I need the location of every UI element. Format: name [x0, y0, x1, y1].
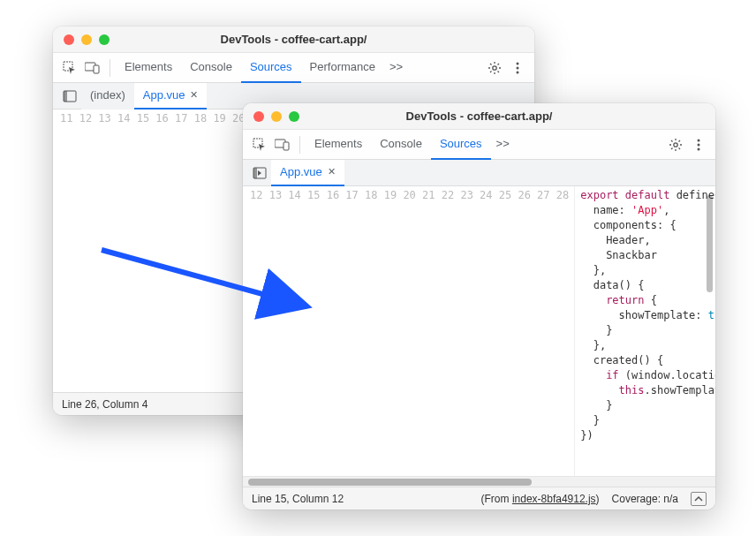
- svg-line-28: [679, 140, 681, 142]
- svg-line-8: [490, 64, 492, 65]
- maximize-icon[interactable]: [99, 34, 110, 45]
- window-title: DevTools - coffee-cart.app/: [53, 33, 534, 46]
- close-tab-icon[interactable]: ✕: [328, 166, 336, 177]
- inspect-icon[interactable]: [58, 57, 81, 79]
- main-toolbar: Elements Console Sources Performance >>: [53, 53, 534, 83]
- device-toggle-icon[interactable]: [81, 57, 104, 79]
- gear-icon[interactable]: [483, 57, 506, 79]
- svg-rect-33: [253, 168, 257, 178]
- tab-console[interactable]: Console: [371, 130, 431, 160]
- kebab-icon[interactable]: [506, 57, 529, 79]
- code-editor[interactable]: 12 13 14 15 16 17 18 19 20 21 22 23 24 2…: [243, 186, 715, 476]
- svg-point-14: [517, 71, 519, 73]
- tab-sources[interactable]: Sources: [431, 130, 491, 160]
- code-content[interactable]: export default defineComponent({ name: '…: [575, 186, 715, 476]
- devtools-window-front: DevTools - coffee-cart.app/ Elements Con…: [243, 103, 715, 510]
- scrollbar-horizontal[interactable]: [243, 476, 715, 487]
- file-tab-appvue[interactable]: App.vue ✕: [271, 160, 344, 186]
- close-tab-icon[interactable]: ✕: [190, 89, 198, 101]
- tab-sources[interactable]: Sources: [241, 53, 301, 83]
- divider: [299, 136, 300, 154]
- source-map-link[interactable]: index-8bfa4912.js: [512, 493, 596, 505]
- drawer-toggle-icon[interactable]: [691, 492, 707, 506]
- file-tab-appvue[interactable]: App.vue ✕: [134, 83, 208, 109]
- svg-point-12: [517, 62, 519, 64]
- inspect-icon[interactable]: [248, 133, 271, 156]
- svg-line-10: [490, 71, 492, 72]
- cursor-position: Line 26, Column 4: [62, 398, 147, 411]
- svg-point-13: [517, 66, 519, 69]
- file-tabbar: App.vue ✕: [243, 160, 715, 186]
- svg-point-3: [493, 65, 496, 69]
- minimize-icon[interactable]: [81, 34, 92, 45]
- line-gutter: 12 13 14 15 16 17 18 19 20 21 22 23 24 2…: [243, 186, 575, 476]
- tabs-overflow-icon[interactable]: >>: [491, 130, 515, 160]
- navigator-toggle-icon[interactable]: [58, 85, 81, 108]
- close-icon[interactable]: [64, 34, 74, 45]
- maximize-icon[interactable]: [289, 111, 299, 122]
- svg-line-11: [498, 64, 500, 65]
- main-toolbar: Elements Console Sources >>: [243, 130, 715, 160]
- tab-performance[interactable]: Performance: [301, 53, 384, 83]
- close-icon[interactable]: [253, 111, 264, 122]
- coverage-status: Coverage: n/a: [612, 493, 678, 505]
- svg-point-31: [698, 147, 700, 150]
- statusbar: Line 15, Column 12 (From index-8bfa4912.…: [243, 487, 715, 510]
- tab-elements[interactable]: Elements: [116, 53, 181, 83]
- file-tab-label: (index): [90, 88, 125, 102]
- window-title: DevTools - coffee-cart.app/: [243, 109, 715, 123]
- file-tab-label: App.vue: [280, 165, 322, 178]
- source-map-from: (From index-8bfa4912.js): [481, 493, 600, 505]
- kebab-icon[interactable]: [687, 133, 710, 156]
- divider: [110, 59, 110, 77]
- svg-line-25: [671, 140, 673, 142]
- svg-rect-2: [94, 65, 99, 73]
- svg-rect-16: [64, 91, 67, 102]
- tabs-overflow-icon[interactable]: >>: [384, 53, 408, 83]
- gear-icon[interactable]: [664, 133, 687, 156]
- tab-elements[interactable]: Elements: [306, 130, 371, 160]
- minimize-icon[interactable]: [271, 111, 282, 122]
- device-toggle-icon[interactable]: [271, 133, 294, 156]
- svg-line-9: [498, 71, 500, 72]
- svg-line-27: [671, 147, 673, 149]
- svg-point-30: [698, 143, 700, 146]
- svg-point-20: [674, 142, 677, 146]
- titlebar: DevTools - coffee-cart.app/: [53, 26, 534, 53]
- svg-line-26: [679, 147, 681, 149]
- scrollbar-vertical[interactable]: [707, 195, 713, 292]
- cursor-position: Line 15, Column 12: [252, 493, 344, 505]
- svg-point-29: [698, 139, 700, 141]
- file-tab-index[interactable]: (index): [81, 83, 134, 109]
- svg-rect-19: [284, 142, 289, 150]
- file-tab-label: App.vue: [143, 88, 185, 102]
- navigator-toggle-icon[interactable]: [248, 162, 271, 185]
- tab-console[interactable]: Console: [181, 53, 241, 83]
- titlebar: DevTools - coffee-cart.app/: [243, 103, 715, 130]
